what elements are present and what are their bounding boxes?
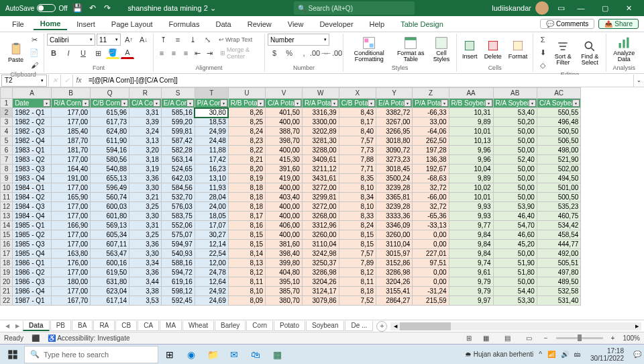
filter-button[interactable]: ▾ (82, 99, 89, 107)
tab-data[interactable]: Data (209, 19, 237, 30)
cell[interactable]: 8,12 (339, 268, 376, 277)
cell[interactable]: 596,49 (91, 183, 129, 193)
cell[interactable]: 531,40 (537, 296, 580, 306)
increase-indent-button[interactable]: ⇥ (205, 47, 215, 59)
table-header-cell[interactable]: R/B Soybean▾ (449, 99, 493, 108)
cell[interactable]: 167,70 (52, 296, 91, 306)
cell[interactable]: 502,00 (537, 165, 580, 174)
cell[interactable]: 7,52 (339, 296, 376, 306)
cell[interactable]: 18,53 (195, 118, 228, 127)
align-middle-button[interactable]: ≡ (171, 34, 184, 46)
name-box[interactable]: T2▾ (1, 75, 47, 87)
cell[interactable]: 619,16 (161, 277, 195, 287)
cell[interactable]: 136,38 (413, 155, 449, 165)
col-header-T[interactable]: T (195, 88, 228, 99)
cell[interactable]: 3,25 (129, 202, 162, 212)
cell[interactable]: 406,00 (266, 221, 303, 230)
cell[interactable]: 3281,30 (302, 136, 339, 146)
cell[interactable]: 1982 - Q2 (13, 118, 52, 127)
increase-font-button[interactable]: A↑ (122, 34, 136, 46)
cell[interactable]: 3,20 (129, 146, 162, 155)
volume-icon[interactable]: 🔊 (561, 351, 569, 358)
cell[interactable]: -31,24 (413, 287, 449, 296)
cell[interactable]: 187,70 (52, 136, 91, 146)
cell[interactable]: 50,00 (493, 183, 537, 193)
cell[interactable]: 16,23 (195, 165, 228, 174)
page-break-view-button[interactable]: ▭ (523, 334, 536, 343)
cell[interactable]: 3,38 (129, 287, 162, 296)
decrease-font-button[interactable]: A↓ (137, 34, 150, 46)
cell[interactable]: 599,20 (161, 118, 195, 127)
insert-cells-button[interactable]: Insert (460, 38, 480, 61)
cell[interactable]: 395,10 (266, 277, 303, 287)
cell[interactable]: 3,19 (129, 165, 162, 174)
align-bottom-button[interactable]: ⤓ (186, 34, 199, 46)
filter-button[interactable]: ▾ (404, 99, 411, 107)
sheet-tab[interactable]: Barley (215, 321, 246, 331)
merge-center-button[interactable]: ⊞ Merge & Center (217, 47, 262, 59)
cell[interactable]: 584,56 (161, 183, 195, 193)
cell[interactable]: 380,70 (266, 296, 303, 306)
cell[interactable]: 400,00 (266, 146, 303, 155)
cell[interactable]: 498,00 (537, 146, 580, 155)
cell[interactable]: 575,07 (161, 230, 195, 240)
display-settings-icon[interactable]: ⊞ (466, 334, 472, 342)
cell[interactable]: 9,79 (449, 287, 493, 296)
underline-button[interactable]: U (76, 47, 90, 59)
cell[interactable]: 164,40 (52, 165, 91, 174)
cell[interactable]: 177,00 (52, 212, 91, 221)
row-header-19[interactable]: 19 (1, 268, 13, 277)
conditional-formatting-button[interactable]: Conditional Formatting (346, 35, 392, 64)
cell[interactable]: 181,70 (52, 146, 91, 155)
worksheet-grid[interactable]: ABQRSTUVWXYZAAABAC1Date▾R/A Corn▾C/B Cor… (0, 87, 644, 320)
number-format-select[interactable]: Number▾ (268, 34, 329, 46)
cell[interactable]: 3015,97 (376, 249, 413, 259)
filter-button[interactable]: ▾ (368, 99, 375, 107)
cell[interactable]: 3286,98 (376, 268, 413, 277)
cell[interactable]: 401,50 (266, 108, 303, 118)
cell[interactable]: 51,90 (493, 259, 537, 268)
cell[interactable]: 600,16 (91, 259, 129, 268)
cell[interactable]: 3,34 (129, 259, 162, 268)
maximize-button[interactable]: ▢ (593, 0, 617, 16)
tab-insert[interactable]: Insert (70, 19, 102, 30)
cell[interactable]: 506,50 (537, 136, 580, 146)
cell[interactable]: 500,50 (537, 193, 580, 202)
cell[interactable]: 1982 - Q3 (13, 127, 52, 136)
cancel-formula-button[interactable]: ✕ (48, 75, 60, 87)
wrap-text-button[interactable]: ↩ Wrap Text (215, 34, 256, 46)
cell[interactable]: 177,00 (52, 108, 91, 118)
cut-button[interactable]: ✂ (28, 34, 41, 46)
cell[interactable]: 54,70 (493, 221, 537, 230)
filter-button[interactable]: ▾ (529, 99, 536, 107)
cell[interactable]: 599,81 (161, 127, 195, 136)
cell[interactable]: 185,40 (52, 127, 91, 136)
cell[interactable]: 460,75 (537, 212, 580, 221)
row-header-8[interactable]: 8 (1, 165, 13, 174)
row-header-5[interactable]: 5 (1, 136, 13, 146)
cell[interactable]: 3365,81 (376, 193, 413, 202)
cell[interactable]: 605,34 (91, 230, 129, 240)
cell[interactable]: 3079,86 (302, 296, 339, 306)
cell[interactable]: 3,13 (129, 136, 162, 146)
cell[interactable]: 3124,17 (302, 287, 339, 296)
row-header-3[interactable]: 3 (1, 118, 13, 127)
cell[interactable]: 391,60 (266, 165, 303, 174)
cell[interactable]: 532,70 (161, 193, 195, 202)
tab-table-design[interactable]: Table Design (394, 19, 450, 30)
sheet-tab[interactable]: Potato (274, 321, 305, 331)
scroll-right-button[interactable]: ▶ (632, 322, 641, 330)
cell[interactable]: 50,00 (493, 136, 537, 146)
cell[interactable]: 7,71 (339, 165, 376, 174)
cell[interactable]: 8,11 (339, 277, 376, 287)
filter-button[interactable]: ▾ (220, 99, 227, 107)
cell[interactable]: 1984 - Q1 (13, 183, 52, 193)
col-header-S[interactable]: S (161, 88, 195, 99)
sheet-tab[interactable]: De ... (345, 321, 373, 331)
cell[interactable]: 404,80 (266, 268, 303, 277)
sheet-nav-prev[interactable]: ◀ (3, 323, 12, 329)
table-header-cell[interactable]: Date▾ (13, 99, 52, 108)
cell[interactable]: -33,13 (413, 221, 449, 230)
cell[interactable]: 540,88 (91, 165, 129, 174)
cell[interactable]: 1986 - Q4 (13, 287, 52, 296)
